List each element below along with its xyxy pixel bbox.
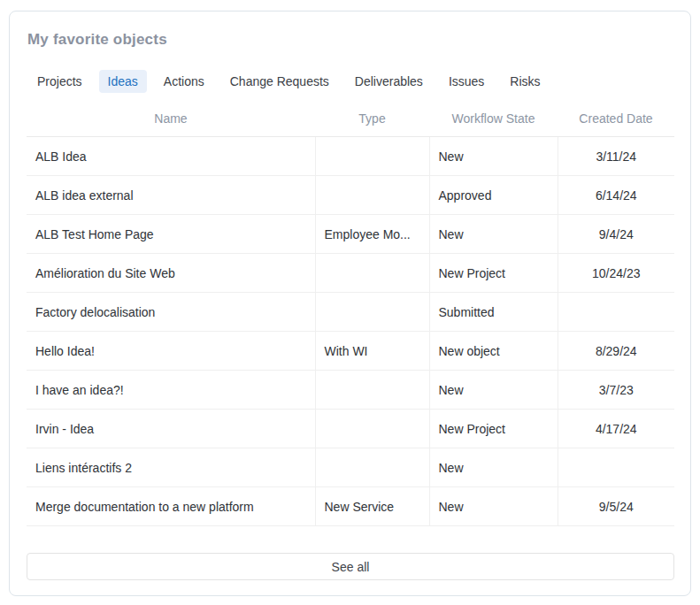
cell-workflow-state: New — [429, 371, 558, 410]
table-row[interactable]: ALB idea external Approved 6/14/24 — [27, 176, 674, 215]
cell-name: Hello Idea! — [27, 332, 315, 371]
cell-created-date: 8/29/24 — [558, 332, 674, 371]
cell-created-date: 6/14/24 — [558, 176, 674, 215]
tab-issues[interactable]: Issues — [440, 70, 493, 93]
cell-workflow-state: Approved — [429, 176, 558, 215]
tab-actions[interactable]: Actions — [155, 70, 213, 93]
cell-name: ALB idea external — [27, 176, 315, 215]
column-header-type: Type — [315, 111, 429, 137]
cell-workflow-state: New object — [429, 332, 558, 371]
tab-risks[interactable]: Risks — [501, 70, 549, 93]
card-title: My favorite objects — [27, 31, 673, 49]
cell-type: New Service — [315, 487, 429, 526]
column-header-created-date: Created Date — [558, 111, 674, 137]
tab-bar: Projects Ideas Actions Change Requests D… — [28, 70, 673, 93]
cell-type — [315, 410, 429, 448]
table-row[interactable]: Factory delocalisation Submitted — [27, 293, 674, 332]
cell-created-date: 10/24/23 — [558, 254, 674, 293]
cell-type — [315, 176, 429, 215]
cell-workflow-state: New — [429, 448, 558, 487]
table-row[interactable]: Amélioration du Site Web New Project 10/… — [27, 254, 674, 293]
cell-workflow-state: New Project — [429, 254, 558, 293]
favorites-card: My favorite objects Projects Ideas Actio… — [9, 11, 691, 596]
cell-name: ALB Test Home Page — [27, 215, 315, 254]
column-header-workflow-state: Workflow State — [429, 111, 558, 137]
cell-created-date: 9/5/24 — [558, 487, 674, 526]
cell-name: Factory delocalisation — [27, 293, 315, 332]
tab-deliverables[interactable]: Deliverables — [346, 70, 432, 93]
cell-type: Employee Mo... — [315, 215, 429, 254]
cell-created-date: 9/4/24 — [558, 215, 674, 254]
cell-type — [315, 448, 429, 487]
cell-type — [315, 254, 429, 293]
cell-workflow-state: Submitted — [429, 293, 558, 332]
tab-change-requests[interactable]: Change Requests — [221, 70, 338, 93]
cell-name: Amélioration du Site Web — [27, 254, 315, 293]
tab-projects[interactable]: Projects — [28, 70, 91, 93]
cell-workflow-state: New — [429, 487, 558, 526]
table-row[interactable]: Hello Idea! With WI New object 8/29/24 — [27, 332, 674, 371]
table-row[interactable]: Liens intéractifs 2 New — [27, 448, 674, 487]
see-all-button[interactable]: See all — [27, 553, 674, 580]
cell-workflow-state: New Project — [429, 410, 558, 448]
cell-workflow-state: New — [429, 215, 558, 254]
cell-name: I have an idea?! — [27, 371, 315, 410]
column-header-name: Name — [27, 111, 315, 137]
cell-type: With WI — [315, 332, 429, 371]
table-header-row: Name Type Workflow State Created Date — [27, 111, 674, 137]
cell-workflow-state: New — [429, 137, 558, 176]
table-row[interactable]: Merge documentation to a new platform Ne… — [27, 487, 674, 526]
cell-type — [315, 371, 429, 410]
cell-name: ALB Idea — [27, 137, 315, 176]
cell-name: Liens intéractifs 2 — [27, 448, 315, 487]
table-row[interactable]: ALB Idea New 3/11/24 — [27, 137, 674, 176]
cell-created-date — [558, 293, 674, 332]
table-row[interactable]: ALB Test Home Page Employee Mo... New 9/… — [27, 215, 674, 254]
cell-created-date: 3/7/23 — [558, 371, 674, 410]
tab-ideas[interactable]: Ideas — [99, 70, 147, 93]
cell-created-date — [558, 448, 674, 487]
cell-type — [315, 137, 429, 176]
cell-created-date: 3/11/24 — [558, 137, 674, 176]
table-row[interactable]: Irvin - Idea New Project 4/17/24 — [27, 410, 674, 448]
table-row[interactable]: I have an idea?! New 3/7/23 — [27, 371, 674, 410]
cell-name: Merge documentation to a new platform — [27, 487, 315, 526]
favorites-table: Name Type Workflow State Created Date AL… — [27, 111, 674, 526]
cell-type — [315, 293, 429, 332]
cell-name: Irvin - Idea — [27, 410, 315, 448]
cell-created-date: 4/17/24 — [558, 410, 674, 448]
